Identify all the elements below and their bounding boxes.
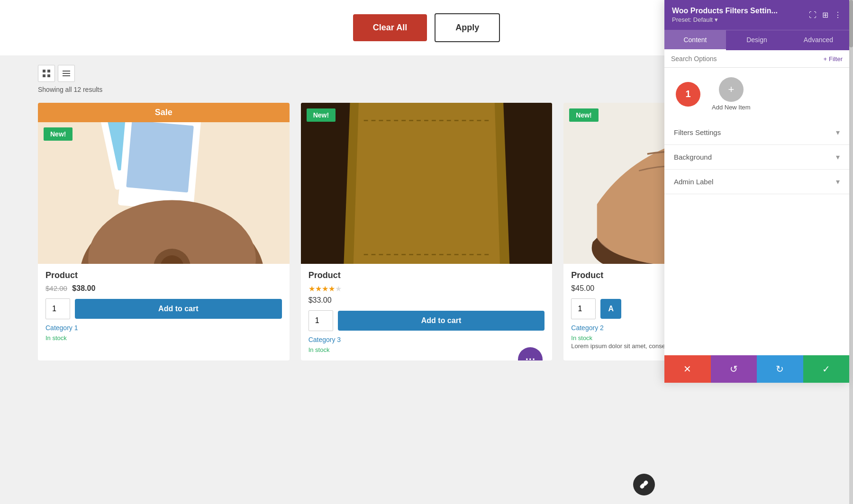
filters-settings-chevron-icon: ▾ bbox=[836, 128, 840, 137]
quantity-input-2[interactable] bbox=[309, 310, 333, 331]
stock-status-2: In stock bbox=[309, 346, 330, 353]
category-link-2[interactable]: Category 3 bbox=[309, 336, 545, 343]
sale-banner-1: Sale bbox=[38, 103, 290, 122]
add-new-item-label: Add New Item bbox=[712, 104, 751, 111]
price-original-1: $42.00 bbox=[45, 284, 67, 292]
panel-search-row: + Filter bbox=[664, 50, 849, 68]
new-badge-1: New! bbox=[44, 127, 73, 141]
search-options-input[interactable] bbox=[671, 55, 819, 63]
product-card-2: New! Product ★★★★★ $33.00 Add to cart bbox=[301, 103, 553, 360]
apply-button[interactable]: Apply bbox=[435, 13, 500, 42]
panel-header-icons: ⛶ ⊞ ⋮ bbox=[809, 10, 842, 19]
scrollbar-thumb[interactable] bbox=[849, 0, 853, 47]
stock-status-1: In stock bbox=[45, 334, 67, 342]
svg-rect-6 bbox=[63, 75, 70, 76]
svg-rect-3 bbox=[47, 74, 50, 77]
cancel-toolbar-button[interactable]: ✕ bbox=[664, 355, 711, 383]
add-to-cart-button-3[interactable]: A bbox=[600, 299, 621, 319]
admin-label-header[interactable]: Admin Label ▾ bbox=[664, 170, 849, 194]
tab-design[interactable]: Design bbox=[726, 30, 788, 50]
scrollbar-track bbox=[849, 0, 853, 504]
add-to-cart-button-2[interactable]: Add to cart bbox=[338, 311, 545, 331]
product-image-1: Sale New! bbox=[38, 103, 290, 264]
list-view-button[interactable] bbox=[58, 65, 75, 82]
more-icon[interactable]: ⋮ bbox=[834, 10, 842, 19]
fullscreen-icon[interactable]: ⛶ bbox=[809, 11, 817, 19]
confirm-toolbar-button[interactable]: ✓ bbox=[803, 355, 850, 383]
product-name-2: Product bbox=[309, 270, 545, 280]
tab-advanced[interactable]: Advanced bbox=[788, 30, 849, 50]
new-badge-3: New! bbox=[569, 108, 598, 122]
bottom-toolbar: ✕ ↺ ↻ ✓ bbox=[664, 355, 849, 383]
product-card-1: Sale New! Product $42.00 $38.00 Add to c… bbox=[38, 103, 290, 360]
add-to-cart-button-1[interactable]: Add to cart bbox=[75, 299, 282, 319]
background-chevron-icon: ▾ bbox=[836, 153, 840, 162]
tab-content[interactable]: Content bbox=[664, 30, 726, 50]
product-price-1: $42.00 $38.00 bbox=[45, 284, 282, 293]
panel-preset[interactable]: Preset: Default ▾ bbox=[672, 16, 778, 23]
price-2: $33.00 bbox=[309, 296, 332, 304]
product-name-1: Product bbox=[45, 270, 282, 280]
quantity-input-3[interactable] bbox=[571, 298, 596, 319]
svg-rect-1 bbox=[47, 70, 50, 72]
svg-rect-5 bbox=[63, 73, 70, 74]
settings-panel: Woo Products Filters Settin... Preset: D… bbox=[664, 0, 849, 383]
filter-button[interactable]: + Filter bbox=[824, 55, 843, 63]
panel-tabs: Content Design Advanced bbox=[664, 30, 849, 50]
product-price-2: $33.00 bbox=[309, 296, 545, 305]
background-header[interactable]: Background ▾ bbox=[664, 145, 849, 169]
panel-header: Woo Products Filters Settin... Preset: D… bbox=[664, 0, 849, 30]
background-section: Background ▾ bbox=[664, 145, 849, 170]
item-1-circle[interactable]: 1 bbox=[676, 82, 700, 107]
grid-view-button[interactable] bbox=[38, 65, 55, 82]
filters-settings-title: Filters Settings bbox=[674, 128, 721, 136]
panel-title: Woo Products Filters Settin... bbox=[672, 7, 778, 15]
link-icon-button[interactable] bbox=[633, 474, 655, 495]
new-badge-2: New! bbox=[307, 108, 336, 122]
filters-settings-header[interactable]: Filters Settings ▾ bbox=[664, 120, 849, 144]
items-row: 1 + Add New Item bbox=[664, 68, 849, 120]
background-title: Background bbox=[674, 153, 712, 161]
accordion-sections: Filters Settings ▾ Background ▾ Admin La… bbox=[664, 120, 849, 383]
category-link-1[interactable]: Category 1 bbox=[45, 324, 282, 332]
clear-all-button[interactable]: Clear All bbox=[353, 14, 427, 41]
filters-settings-section: Filters Settings ▾ bbox=[664, 120, 849, 145]
quantity-input-1[interactable] bbox=[45, 298, 70, 319]
price-sale-1: $38.00 bbox=[72, 284, 95, 292]
layout-icon[interactable]: ⊞ bbox=[822, 10, 828, 19]
admin-label-section: Admin Label ▾ bbox=[664, 170, 849, 194]
svg-rect-0 bbox=[43, 70, 45, 72]
quantity-cart-row-1: Add to cart bbox=[45, 298, 282, 319]
admin-label-chevron-icon: ▾ bbox=[836, 177, 840, 186]
product-image-2: New! bbox=[301, 103, 553, 264]
admin-label-title: Admin Label bbox=[674, 178, 713, 186]
undo-toolbar-button[interactable]: ↺ bbox=[711, 355, 757, 383]
redo-toolbar-button[interactable]: ↻ bbox=[757, 355, 803, 383]
svg-rect-2 bbox=[43, 74, 45, 77]
quantity-cart-row-2: Add to cart bbox=[309, 310, 545, 331]
svg-rect-11 bbox=[126, 120, 194, 192]
add-new-item-button[interactable]: + bbox=[719, 77, 744, 102]
svg-rect-4 bbox=[63, 71, 70, 72]
star-rating-2: ★★★★★ bbox=[309, 284, 545, 293]
stock-status-3: In stock bbox=[571, 334, 592, 342]
